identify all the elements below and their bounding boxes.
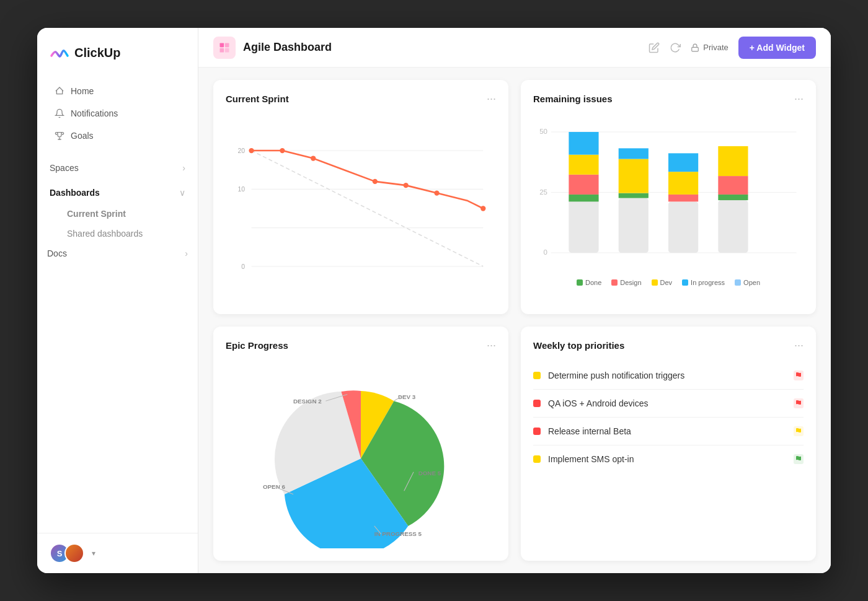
priority-flag-1[interactable] [794, 371, 804, 380]
shared-dashboards-label: Shared dashboards [67, 229, 143, 239]
svg-point-19 [480, 206, 485, 211]
svg-rect-35 [668, 201, 698, 253]
sidebar-item-spaces[interactable]: Spaces › [42, 157, 193, 179]
svg-rect-33 [619, 159, 649, 193]
refresh-icon[interactable] [670, 42, 681, 53]
in-progress-dot [682, 279, 688, 286]
remaining-issues-menu[interactable]: ··· [794, 92, 804, 105]
svg-text:0: 0 [241, 263, 245, 270]
svg-rect-36 [668, 195, 698, 201]
svg-line-12 [252, 151, 484, 266]
sidebar-footer[interactable]: S ▾ [37, 533, 198, 573]
sidebar-item-home[interactable]: Home [42, 80, 193, 102]
svg-rect-4 [692, 47, 699, 51]
current-sprint-widget: Current Sprint ··· 20 10 0 [213, 80, 508, 314]
legend-design: Design [611, 279, 641, 286]
priority-text-3: Release internal Beta [548, 426, 631, 436]
priorities-list: Determine push notification triggers QA … [533, 362, 804, 548]
topbar: Agile Dashboard Private [198, 28, 831, 68]
user-dropdown-arrow[interactable]: ▾ [92, 549, 95, 558]
weekly-priorities-menu[interactable]: ··· [794, 339, 804, 352]
flag-icon-4 [795, 455, 802, 463]
svg-text:50: 50 [539, 128, 547, 135]
epic-progress-title: Epic Progress [226, 340, 288, 351]
priority-flag-4[interactable] [794, 454, 804, 464]
weekly-priorities-header: Weekly top priorities ··· [533, 339, 804, 352]
home-label: Home [71, 86, 94, 96]
svg-rect-40 [718, 195, 748, 200]
current-sprint-menu[interactable]: ··· [487, 92, 496, 105]
sidebar-item-notifications[interactable]: Notifications [42, 102, 193, 125]
add-widget-button[interactable]: + Add Widget [738, 37, 816, 59]
legend-dev: Dev [652, 279, 673, 286]
priority-dot-3 [533, 428, 541, 435]
sidebar-item-dashboards[interactable]: Dashboards ∨ [42, 182, 193, 204]
epic-progress-chart: DEV 3 DONE 5 IN PROGRESS 5 OPEN 6 DESIGN… [226, 362, 496, 548]
bar-chart-legend: Done Design Dev In progress [533, 279, 804, 286]
svg-rect-39 [718, 200, 748, 253]
dashboards-label: Dashboards [50, 188, 100, 198]
epic-progress-header: Epic Progress ··· [226, 339, 496, 352]
legend-open: Open [735, 279, 760, 286]
user-initial: S [57, 549, 63, 558]
current-sprint-label: Current Sprint [67, 209, 126, 219]
priority-flag-3[interactable] [794, 426, 804, 436]
priority-left-2: QA iOS + Android devices [533, 398, 648, 408]
svg-point-18 [434, 190, 439, 195]
edit-icon[interactable] [649, 42, 660, 53]
sidebar-item-current-sprint[interactable]: Current Sprint [42, 204, 193, 224]
burndown-chart: 20 10 0 [226, 115, 496, 302]
priority-left-1: Determine push notification triggers [533, 371, 684, 380]
svg-text:0: 0 [544, 248, 547, 256]
svg-text:OPEN 6: OPEN 6 [263, 483, 285, 490]
dashboard-icon-box [213, 37, 236, 59]
priority-item-4: Implement SMS opt-in [533, 445, 804, 473]
remaining-issues-chart: 50 25 0 [533, 115, 804, 302]
priority-flag-2[interactable] [794, 398, 804, 408]
home-icon [55, 86, 64, 96]
epic-progress-menu[interactable]: ··· [487, 339, 496, 352]
bell-icon [55, 108, 64, 118]
app-name: ClickUp [74, 46, 120, 60]
goals-label: Goals [71, 131, 94, 141]
svg-text:IN PROGRESS 5: IN PROGRESS 5 [374, 530, 422, 537]
design-label: Design [620, 279, 641, 286]
design-dot [611, 279, 618, 286]
sidebar-item-shared-dashboards[interactable]: Shared dashboards [42, 224, 193, 243]
dev-dot [652, 279, 658, 286]
svg-rect-27 [569, 195, 598, 201]
priority-item-1: Determine push notification triggers [533, 362, 804, 390]
clickup-logo-icon [50, 43, 69, 63]
priority-text-2: QA iOS + Android devices [548, 398, 648, 408]
svg-rect-32 [619, 193, 649, 198]
svg-rect-30 [569, 132, 598, 155]
avatar-secondary [64, 543, 84, 563]
lock-icon [691, 43, 699, 52]
docs-label: Docs [47, 248, 67, 258]
dashboard-title: Agile Dashboard [243, 41, 332, 54]
sidebar-item-docs[interactable]: Docs › [42, 248, 193, 258]
svg-rect-28 [569, 175, 598, 195]
svg-rect-42 [718, 146, 748, 176]
priority-dot-4 [533, 455, 541, 463]
spaces-label: Spaces [50, 163, 79, 173]
avatar-group: S [50, 543, 84, 563]
svg-rect-37 [668, 172, 698, 195]
epic-progress-widget: Epic Progress ··· [213, 327, 508, 561]
burndown-svg: 20 10 0 [226, 115, 496, 302]
sidebar-item-goals[interactable]: Goals [42, 125, 193, 147]
svg-text:25: 25 [539, 188, 547, 196]
sidebar-navigation: Home Notifications Goals Spaces [37, 75, 198, 533]
remaining-issues-title: Remaining issues [533, 94, 613, 104]
priority-item-2: QA iOS + Android devices [533, 390, 804, 418]
legend-in-progress: In progress [682, 279, 725, 286]
priority-text-4: Implement SMS opt-in [548, 454, 634, 464]
chevron-down-icon: ∨ [179, 188, 185, 198]
open-dot [735, 279, 741, 286]
svg-text:DESIGN 2: DESIGN 2 [293, 398, 322, 405]
logo: ClickUp [37, 28, 198, 75]
weekly-priorities-title: Weekly top priorities [533, 340, 624, 351]
main-content: Agile Dashboard Private [198, 28, 831, 573]
svg-point-16 [373, 179, 378, 184]
flag-icon-3 [795, 428, 802, 435]
